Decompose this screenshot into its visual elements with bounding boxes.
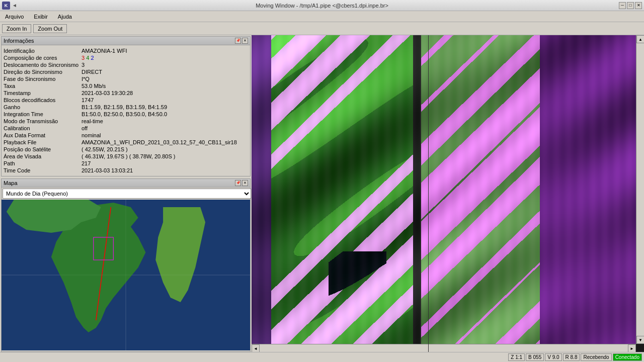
menu-arquivo[interactable]: Arquivo: [2, 13, 27, 21]
info-row: Path217: [4, 160, 248, 167]
info-row: Direção do SincronismoDIRECT: [4, 68, 248, 75]
info-value: real-time: [82, 118, 103, 124]
scroll-up-button[interactable]: ▲: [636, 35, 644, 43]
info-value: 2021-03-03 19:30:28: [82, 90, 133, 96]
info-row: GanhoB1:1.59, B2:1.59, B3:1.59, B4:1.59: [4, 104, 248, 111]
minimize-button[interactable]: ─: [619, 2, 626, 9]
info-value: AMAZONIA-1 WFI: [82, 48, 127, 54]
info-label: Calibration: [4, 125, 82, 131]
info-label: Timestamp: [4, 90, 82, 96]
info-panel-pin-button[interactable]: 📌: [235, 38, 241, 44]
info-row: Blocos decodificados1747: [4, 97, 248, 104]
toolbar: Zoom In Zoom Out: [0, 22, 644, 35]
menu-exibir[interactable]: Exibir: [31, 13, 51, 21]
maximize-button[interactable]: □: [627, 2, 634, 9]
info-row: Composição de cores3 4 2: [4, 54, 248, 61]
info-value: B1:50.0, B2:50.0, B3:50.0, B4:50.0: [82, 111, 167, 117]
info-row: Calibrationoff: [4, 125, 248, 132]
info-label: Direção do Sincronismo: [4, 69, 82, 75]
titlebar-controls: ─ □ ✕: [619, 2, 642, 9]
conectado-status: Conectado: [613, 353, 642, 361]
map-panel-controls: 📌 ✕: [235, 180, 248, 186]
b-status: B 055: [526, 353, 544, 361]
info-value: DIRECT: [82, 69, 102, 75]
titlebar-left: K ◄: [2, 2, 17, 10]
map-panel-title: Mapa: [4, 180, 18, 186]
satellite-image-canvas: [252, 35, 636, 344]
app-icon: K: [2, 2, 10, 10]
info-label: Posição do Satélite: [4, 146, 82, 152]
info-value: 2021-03-03 13:03:21: [82, 167, 133, 173]
info-value: B1:1.59, B2:1.59, B3:1.59, B4:1.59: [82, 104, 167, 110]
scroll-track-h[interactable]: [260, 344, 628, 352]
info-value: off: [82, 125, 88, 131]
info-row: Playback FileAMAZONIA_1_WFI_DRD_2021_03_…: [4, 139, 248, 146]
info-value: 1747: [82, 97, 94, 103]
menu-ajuda[interactable]: Ajuda: [55, 13, 75, 21]
map-panel: Mapa 📌 ✕ Mundo de Dia (Pequeno): [1, 178, 251, 352]
map-canvas: [2, 200, 250, 350]
info-label: Área de Visada: [4, 153, 82, 159]
info-panel-close-button[interactable]: ✕: [242, 38, 248, 44]
info-label: Time Code: [4, 167, 82, 173]
info-row: Time Code2021-03-03 13:03:21: [4, 167, 248, 174]
info-panel-header: Informações 📌 ✕: [2, 37, 250, 45]
horizontal-scrollbar[interactable]: ◄ ►: [252, 344, 636, 352]
map-content: [2, 200, 250, 351]
info-label: Modo de Transmissão: [4, 118, 82, 124]
info-row: Integration TimeB1:50.0, B2:50.0, B3:50.…: [4, 111, 248, 118]
info-label: Fase do Sincronismo: [4, 76, 82, 82]
satellite-image-panel: ▲ ▼ ◄ ►: [252, 35, 644, 352]
vertical-scrollbar[interactable]: ▲ ▼: [636, 35, 644, 344]
map-dropdown[interactable]: Mundo de Dia (Pequeno): [3, 189, 251, 199]
map-panel-header: Mapa 📌 ✕: [2, 179, 250, 188]
left-panel: Informações 📌 ✕ IdentificaçãoAMAZONIA-1 …: [0, 35, 252, 352]
info-label: Integration Time: [4, 111, 82, 117]
zoom-status: Z 1:1: [508, 353, 525, 361]
info-label: Ganho: [4, 104, 82, 110]
titlebar: K ◄ Moving Window - /tmp/A1.pipe <@cbers…: [0, 0, 644, 11]
info-label: Taxa: [4, 83, 82, 89]
satellite-center-line: [428, 35, 429, 352]
scroll-left-button[interactable]: ◄: [252, 344, 260, 352]
info-row: Posição do Satélite( 42.55W, 20.21S ): [4, 146, 248, 153]
info-value: 53.0 Mb/s: [82, 83, 106, 89]
statusbar: Z 1:1 B 055 V 9.0 R 8.8 Recebendo Conect…: [0, 352, 644, 362]
info-label: Aux Data Format: [4, 132, 82, 138]
info-label: Deslocamento do Sincronismo: [4, 62, 82, 68]
info-row: Taxa53.0 Mb/s: [4, 82, 248, 89]
info-value: nominal: [82, 132, 101, 138]
info-value: 3 4 2: [82, 55, 94, 61]
info-row: Modo de Transmissãoreal-time: [4, 118, 248, 125]
info-value: ( 42.55W, 20.21S ): [82, 146, 128, 152]
info-table: IdentificaçãoAMAZONIA-1 WFIComposição de…: [2, 45, 250, 176]
map-panel-close-button[interactable]: ✕: [242, 180, 248, 186]
info-panel-controls: 📌 ✕: [235, 38, 248, 44]
info-panel-title: Informações: [4, 38, 34, 44]
zoom-out-button[interactable]: Zoom Out: [33, 24, 67, 33]
recebendo-status: Recebendo: [581, 353, 611, 361]
scroll-down-button[interactable]: ▼: [636, 336, 644, 344]
scroll-track-v[interactable]: [636, 43, 644, 336]
info-label: Blocos decodificados: [4, 97, 82, 103]
info-row: Área de Visada( 46.31W, 19.67S ) ( 38.78…: [4, 153, 248, 160]
scroll-right-button[interactable]: ►: [628, 344, 636, 352]
close-button[interactable]: ✕: [635, 2, 642, 9]
info-value: 3: [82, 62, 85, 68]
titlebar-arrow-icon: ◄: [12, 3, 17, 8]
info-row: Fase do SincronismoI*Q: [4, 75, 248, 82]
info-panel: Informações 📌 ✕ IdentificaçãoAMAZONIA-1 …: [1, 36, 251, 176]
info-value: 217: [82, 160, 91, 166]
info-value: ( 46.31W, 19.67S ) ( 38.78W, 20.80S ): [82, 153, 176, 159]
main-content: Informações 📌 ✕ IdentificaçãoAMAZONIA-1 …: [0, 35, 644, 352]
info-label: Composição de cores: [4, 55, 82, 61]
info-value: AMAZONIA_1_WFI_DRD_2021_03_03.12_57_40_C…: [82, 139, 237, 145]
info-value: I*Q: [82, 76, 90, 82]
map-panel-pin-button[interactable]: 📌: [235, 180, 241, 186]
zoom-in-button[interactable]: Zoom In: [2, 24, 31, 33]
menubar: Arquivo Exibir Ajuda: [0, 11, 644, 22]
info-label: Identificação: [4, 48, 82, 54]
info-row: Deslocamento do Sincronismo3: [4, 61, 248, 68]
info-row: Aux Data Formatnominal: [4, 132, 248, 139]
info-label: Playback File: [4, 139, 82, 145]
